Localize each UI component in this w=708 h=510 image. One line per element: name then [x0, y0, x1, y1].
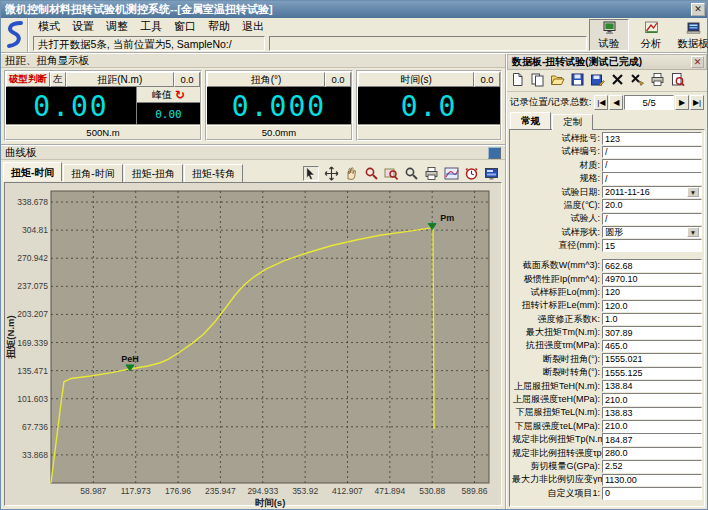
menu-item-窗口[interactable]: 窗口	[169, 18, 201, 35]
field-value: 2.52	[605, 461, 699, 471]
display-name: 扭距(N.m)	[66, 72, 175, 87]
field-label: 强度修正系数K:	[512, 313, 602, 326]
field-label: 试验人:	[512, 212, 602, 225]
print-preview-icon[interactable]	[670, 72, 685, 89]
field-input[interactable]: 184.87	[602, 433, 702, 446]
menu-item-调整[interactable]: 调整	[101, 18, 133, 35]
field-value: 138.83	[605, 408, 699, 418]
menu-item-设置[interactable]: 设置	[67, 18, 99, 35]
close-icon[interactable]: ✕	[691, 3, 705, 16]
peak-reset-icon[interactable]: ↻	[175, 90, 185, 100]
field-input[interactable]: 138.84	[602, 380, 702, 393]
first-record-button[interactable]: |◀	[594, 95, 608, 110]
svg-text:530.88: 530.88	[419, 486, 445, 496]
field-row: 规定非比例扭矩Tp(N.m):184.87	[512, 433, 702, 446]
menu-item-模式[interactable]: 模式	[33, 18, 65, 35]
field-value: /	[605, 174, 699, 184]
curve-tab-扭角-时间[interactable]: 扭角-时间	[63, 164, 122, 182]
svg-text:412.907: 412.907	[332, 486, 363, 496]
field-input[interactable]: /	[602, 213, 702, 226]
field-input[interactable]: /	[602, 146, 702, 159]
curve-tab-扭矩-转角[interactable]: 扭矩-转角	[184, 164, 243, 182]
field-input[interactable]: /	[602, 159, 702, 172]
field-input[interactable]: 1.0	[602, 313, 702, 326]
toolbar-button-试验[interactable]: 试验	[589, 19, 629, 51]
field-row: 剪切模量G(GPa):2.52	[512, 460, 702, 473]
save-as-icon[interactable]	[590, 72, 605, 89]
field-input[interactable]: 2.52	[602, 460, 702, 473]
curve-tab-扭矩-扭角[interactable]: 扭矩-扭角	[124, 164, 183, 182]
field-input[interactable]: 210.0	[602, 420, 702, 433]
zoom-region-icon[interactable]	[383, 166, 399, 181]
pan-move-icon[interactable]	[323, 166, 339, 181]
svg-text:471.894: 471.894	[374, 486, 405, 496]
break-detect-button[interactable]: 破型判断	[6, 72, 50, 87]
curve-tab-扭矩-时间[interactable]: 扭矩-时间	[3, 162, 62, 181]
print-icon[interactable]	[423, 166, 439, 181]
next-record-button[interactable]: ▶	[675, 95, 689, 110]
panel-restore-icon[interactable]	[488, 147, 501, 159]
field-input[interactable]: 15	[602, 239, 702, 252]
select-cursor-icon[interactable]	[303, 166, 319, 181]
data-tab-常规[interactable]: 常规	[510, 112, 551, 129]
field-input[interactable]: 138.83	[602, 407, 702, 420]
field-label: 最大力非比例切应变γmax(%):	[512, 473, 602, 486]
delete-record-icon[interactable]	[610, 72, 625, 89]
field-input[interactable]: 20.0	[602, 199, 702, 212]
menu-item-退出[interactable]: 退出	[237, 18, 269, 35]
last-record-button[interactable]: ▶|	[690, 95, 704, 110]
fields-list: 试样批号:123试样编号:/材质:/规格:/试验日期:2011-11-16▼温度…	[509, 129, 705, 507]
display-panel-title: 扭距、扭角显示板	[1, 54, 505, 68]
svg-text:203.207: 203.207	[17, 309, 48, 319]
display-value: 0.0	[358, 87, 500, 125]
copy-record-icon[interactable]	[530, 72, 545, 89]
field-input[interactable]: 1555.125	[602, 367, 702, 380]
field-input[interactable]: 465.0	[602, 340, 702, 353]
menu-item-帮助[interactable]: 帮助	[203, 18, 235, 35]
field-input[interactable]: 圆形▼	[602, 226, 702, 239]
chevron-down-icon[interactable]: ▼	[687, 187, 699, 198]
field-input[interactable]: 280.0	[602, 447, 702, 460]
field-row: 抗扭强度τm(MPa):465.0	[512, 339, 702, 352]
delete-all-icon[interactable]	[630, 72, 645, 89]
field-input[interactable]: 662.68	[602, 259, 702, 272]
field-label: 规定非比例扭矩Tp(N.m):	[512, 433, 602, 446]
field-input[interactable]: 120	[602, 286, 702, 299]
save-icon[interactable]	[570, 72, 585, 89]
field-input[interactable]: 2011-11-16▼	[602, 186, 702, 199]
field-input[interactable]: 120.0	[602, 300, 702, 313]
data-panel-close-icon[interactable]: ✕	[691, 56, 704, 68]
menu-item-工具[interactable]: 工具	[135, 18, 167, 35]
field-input[interactable]: 307.89	[602, 326, 702, 339]
chevron-down-icon[interactable]: ▼	[687, 227, 699, 238]
toolbar-button-数据板[interactable]: 数据板	[673, 19, 708, 51]
direction-button[interactable]: 左	[50, 72, 66, 87]
field-input[interactable]: 1130.00	[602, 474, 702, 487]
record-navigator: 记录位置/记录总数: |◀ ◀ 5/5 ▶ ▶|	[507, 92, 707, 112]
curve-style-icon[interactable]	[443, 166, 459, 181]
display-range	[358, 125, 500, 139]
open-file-icon[interactable]	[550, 72, 565, 89]
svg-text:353.92: 353.92	[292, 486, 318, 496]
timer-icon[interactable]	[463, 166, 479, 181]
field-input[interactable]: 4970.10	[602, 273, 702, 286]
svg-text:PeH: PeH	[121, 354, 139, 364]
field-input[interactable]: 210.0	[602, 393, 702, 406]
display-settings-icon[interactable]	[483, 166, 499, 181]
field-input[interactable]: 123	[602, 132, 702, 145]
toolbar-button-分析[interactable]: 分析	[631, 19, 671, 51]
prev-record-button[interactable]: ◀	[609, 95, 623, 110]
status-box-secondary	[269, 36, 587, 51]
field-value: 210.0	[605, 395, 699, 405]
print-icon[interactable]	[650, 72, 665, 89]
field-input[interactable]: 0	[602, 487, 702, 500]
new-record-icon[interactable]	[510, 72, 525, 89]
field-row: 强度修正系数K:1.0	[512, 313, 702, 326]
hand-icon[interactable]	[343, 166, 359, 181]
chart-area[interactable]: 33.86867.736101.603135.471169.339203.207…	[4, 182, 502, 506]
zoom-out-icon[interactable]	[403, 166, 419, 181]
data-tab-定制[interactable]: 定制	[552, 114, 593, 130]
field-input[interactable]: /	[602, 172, 702, 185]
zoom-in-icon[interactable]	[363, 166, 379, 181]
field-input[interactable]: 1555.021	[602, 353, 702, 366]
